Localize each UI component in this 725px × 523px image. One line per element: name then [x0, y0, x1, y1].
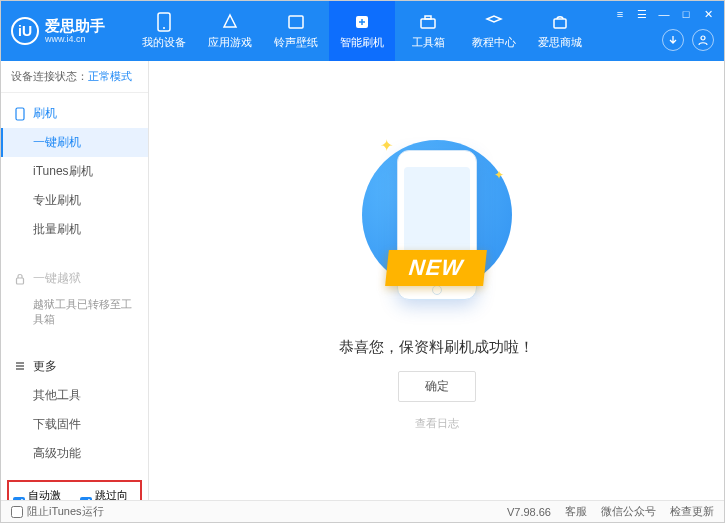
nav-label: 智能刷机 [340, 35, 384, 50]
svg-rect-2 [289, 16, 303, 28]
store-icon [550, 12, 570, 32]
main-nav: 我的设备 应用游戏 铃声壁纸 智能刷机 工具箱 教程中心 爱思商城 [131, 1, 593, 61]
nav-label: 应用游戏 [208, 35, 252, 50]
check-update-link[interactable]: 检查更新 [670, 504, 714, 519]
logo-icon: iU [11, 17, 39, 45]
minimize-button[interactable]: — [656, 7, 672, 21]
nav-label: 我的设备 [142, 35, 186, 50]
nav-my-device[interactable]: 我的设备 [131, 1, 197, 61]
svg-point-7 [701, 36, 705, 40]
nav-toolbox[interactable]: 工具箱 [395, 1, 461, 61]
checkbox-input[interactable] [11, 506, 23, 518]
ok-button[interactable]: 确定 [398, 371, 476, 402]
success-illustration: ✦ ✦ NEW [352, 130, 522, 320]
phone-small-icon [13, 107, 27, 121]
svg-point-1 [163, 27, 165, 29]
main-content: ✦ ✦ NEW 恭喜您，保资料刷机成功啦！ 确定 查看日志 [149, 61, 724, 500]
wallpaper-icon [286, 12, 306, 32]
sidebar-label: 刷机 [33, 105, 57, 122]
sidebar-label: 一键越狱 [33, 270, 81, 287]
wechat-link[interactable]: 微信公众号 [601, 504, 656, 519]
sidebar-label: 更多 [33, 358, 57, 375]
conn-prefix: 设备连接状态： [11, 70, 88, 82]
close-button[interactable]: ✕ [700, 7, 716, 21]
nav-label: 铃声壁纸 [274, 35, 318, 50]
sidebar: 设备连接状态：正常模式 刷机 一键刷机 iTunes刷机 专业刷机 批量刷机 一… [1, 61, 149, 500]
nav-label: 爱思商城 [538, 35, 582, 50]
sidebar-more-header[interactable]: 更多 [1, 352, 148, 381]
nav-apps[interactable]: 应用游戏 [197, 1, 263, 61]
sidebar-flash-header[interactable]: 刷机 [1, 99, 148, 128]
nav-tutorials[interactable]: 教程中心 [461, 1, 527, 61]
sidebar-item-download[interactable]: 下载固件 [1, 410, 148, 439]
block-itunes-checkbox[interactable]: 阻止iTunes运行 [11, 504, 104, 519]
nav-ringtones[interactable]: 铃声壁纸 [263, 1, 329, 61]
tutorial-icon [484, 12, 504, 32]
list-icon [13, 361, 27, 371]
app-title: 爱思助手 [45, 18, 105, 35]
app-header: iU 爱思助手 www.i4.cn 我的设备 应用游戏 铃声壁纸 智能刷机 工具… [1, 1, 724, 61]
checkbox-label: 阻止iTunes运行 [27, 504, 104, 519]
connection-status: 设备连接状态：正常模式 [1, 61, 148, 93]
conn-mode: 正常模式 [88, 70, 132, 82]
logo-area: iU 爱思助手 www.i4.cn [1, 17, 131, 45]
status-bar: 阻止iTunes运行 V7.98.66 客服 微信公众号 检查更新 [1, 500, 724, 522]
new-banner: NEW [385, 250, 487, 286]
sidebar-item-oneclick[interactable]: 一键刷机 [1, 128, 148, 157]
svg-rect-6 [554, 19, 566, 28]
customer-service-link[interactable]: 客服 [565, 504, 587, 519]
menu-icon[interactable]: ≡ [612, 7, 628, 21]
sparkle-icon: ✦ [494, 168, 504, 182]
sidebar-item-itunes[interactable]: iTunes刷机 [1, 157, 148, 186]
svg-rect-8 [16, 108, 24, 120]
download-icon[interactable] [662, 29, 684, 51]
user-icon[interactable] [692, 29, 714, 51]
sidebar-item-pro[interactable]: 专业刷机 [1, 186, 148, 215]
svg-rect-4 [421, 19, 435, 28]
sidebar-item-batch[interactable]: 批量刷机 [1, 215, 148, 244]
nav-flash[interactable]: 智能刷机 [329, 1, 395, 61]
version-label: V7.98.66 [507, 506, 551, 518]
app-url: www.i4.cn [45, 34, 105, 44]
nav-store[interactable]: 爱思商城 [527, 1, 593, 61]
header-action-icons [662, 29, 714, 51]
apps-icon [220, 12, 240, 32]
svg-rect-5 [425, 16, 431, 19]
view-log-link[interactable]: 查看日志 [415, 416, 459, 431]
maximize-button[interactable]: □ [678, 7, 694, 21]
toolbox-icon [418, 12, 438, 32]
svg-rect-9 [17, 278, 24, 284]
nav-label: 工具箱 [412, 35, 445, 50]
sidebar-item-other[interactable]: 其他工具 [1, 381, 148, 410]
window-controls: ≡ ☰ — □ ✕ [612, 7, 716, 21]
success-message: 恭喜您，保资料刷机成功啦！ [339, 338, 534, 357]
lock-icon [13, 273, 27, 285]
sidebar-item-advanced[interactable]: 高级功能 [1, 439, 148, 468]
sparkle-icon: ✦ [380, 136, 393, 155]
jailbreak-note: 越狱工具已转移至工具箱 [1, 293, 148, 332]
nav-label: 教程中心 [472, 35, 516, 50]
flash-icon [352, 12, 372, 32]
sidebar-jailbreak-header: 一键越狱 [1, 264, 148, 293]
phone-icon [154, 12, 174, 32]
settings-icon[interactable]: ☰ [634, 7, 650, 21]
